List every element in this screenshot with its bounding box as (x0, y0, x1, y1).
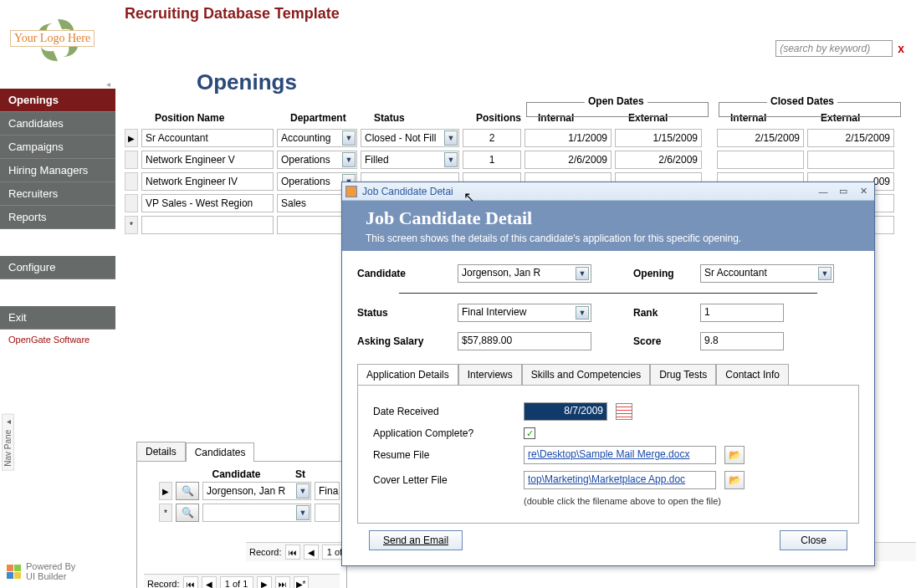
sidebar-link-opengate[interactable]: OpenGate Software (0, 330, 115, 350)
table-row: ▶ Sr Accountant Accounting▼ Closed - Not… (125, 127, 908, 149)
row-selector-new[interactable]: * (159, 504, 172, 522)
chevron-down-icon[interactable]: ▼ (444, 130, 458, 146)
dialog-subtitle: This screen shows the details of this ca… (366, 233, 851, 244)
candidate-select[interactable]: Jorgenson, Jan R▼ (458, 264, 591, 283)
status-label: Status (357, 307, 449, 319)
sidebar: Your Logo Here ◂ Openings Candidates Cam… (0, 0, 116, 588)
nav-first-button[interactable]: ⏮ (285, 545, 300, 560)
close-dialog-button[interactable]: Close (780, 530, 847, 550)
app-title: Recruiting Database Template (125, 5, 908, 23)
chevron-down-icon[interactable]: ▼ (576, 267, 589, 280)
rank-label: Rank (633, 307, 692, 319)
cell-count[interactable]: 2 (463, 129, 521, 147)
powered-by: Powered ByUI Builder (0, 555, 115, 588)
tab-application-details[interactable]: Application Details (357, 364, 458, 385)
row-selector[interactable] (125, 194, 138, 212)
close-button[interactable]: ✕ (856, 186, 871, 197)
list-item-new: * 🔍 ▼ (144, 502, 340, 524)
form-icon (345, 186, 357, 197)
chevron-down-icon[interactable]: ▼ (818, 267, 832, 280)
col-status: Status (374, 112, 473, 124)
tab-skills[interactable]: Skills and Competencies (522, 364, 650, 385)
nav-first-button[interactable]: ⏮ (183, 576, 198, 588)
opening-select[interactable]: Sr Accountant▼ (700, 264, 834, 283)
status-select[interactable]: Final Interview▼ (458, 304, 591, 322)
row-selector[interactable] (125, 172, 138, 191)
search-clear-button[interactable]: x (898, 42, 904, 55)
table-row: Network Engineer V Operations▼ Filled▼ 1… (125, 149, 908, 171)
chevron-down-icon[interactable]: ▼ (342, 130, 356, 146)
chevron-down-icon[interactable]: ▼ (296, 483, 310, 499)
nav-next-button[interactable]: ▶ (257, 576, 272, 588)
chevron-down-icon[interactable]: ▼ (444, 152, 458, 167)
application-complete-checkbox[interactable]: ✓ (524, 427, 535, 439)
folder-icon[interactable]: 📂 (724, 471, 745, 489)
row-selector[interactable]: ▶ (125, 129, 138, 147)
tab-interviews[interactable]: Interviews (458, 364, 522, 385)
candidate-label: Candidate (357, 268, 449, 279)
score-input[interactable]: 9.8 (700, 332, 784, 350)
nav-prev-button[interactable]: ◀ (202, 576, 217, 588)
cell-date[interactable]: 2/15/2009 (807, 129, 894, 147)
inner-candidate[interactable]: Jorgenson, Jan R▼ (202, 482, 311, 500)
group-open-dates: Open Dates (585, 95, 647, 107)
cover-letter-link[interactable]: top\Marketing\Marketplace App.doc (524, 471, 716, 489)
nav-prev-button[interactable]: ◀ (304, 545, 319, 560)
group-closed-dates: Closed Dates (767, 95, 837, 107)
nav-pane-toggle[interactable]: Nav Pane ▸ (2, 414, 14, 471)
resume-file-link[interactable]: re\Desktop\Sample Mail Merge.docx (524, 446, 716, 464)
tab-candidates[interactable]: Candidates (186, 442, 255, 462)
tab-drug-tests[interactable]: Drug Tests (650, 364, 716, 385)
tab-contact-info[interactable]: Contact Info (716, 364, 789, 385)
nav-last-button[interactable]: ⏭ (275, 576, 290, 588)
nav-position[interactable] (220, 576, 253, 588)
sidebar-item-configure[interactable]: Configure (0, 256, 115, 279)
calendar-icon[interactable] (616, 403, 632, 420)
search-input[interactable] (775, 40, 893, 57)
send-email-button[interactable]: Send an Email (369, 530, 463, 550)
sidebar-item-recruiters[interactable]: Recruiters (0, 182, 115, 206)
chevron-down-icon[interactable]: ▼ (296, 505, 310, 520)
row-selector[interactable]: ▶ (159, 482, 172, 500)
sidebar-item-exit[interactable]: Exit (0, 306, 115, 330)
cell-status[interactable]: Closed - Not Fill▼ (361, 129, 459, 147)
logo-text: Your Logo Here (10, 30, 95, 47)
zoom-button[interactable]: 🔍 (176, 482, 199, 500)
cover-letter-label: Cover Letter File (373, 474, 515, 486)
cell-date[interactable]: 1/15/2009 (615, 129, 702, 147)
file-hint: (double click the filename above to open… (524, 496, 843, 506)
chevron-down-icon[interactable]: ▼ (342, 152, 356, 167)
row-selector-new[interactable]: * (125, 216, 138, 234)
sidebar-item-candidates[interactable]: Candidates (0, 112, 115, 135)
inner-col-status: St (295, 468, 340, 480)
folder-icon[interactable]: 📂 (724, 446, 745, 464)
dialog-title: Job Candidate Detail (366, 207, 851, 229)
tab-details[interactable]: Details (136, 442, 186, 461)
section-title: Openings (197, 69, 908, 95)
rank-input[interactable]: 1 (700, 304, 784, 322)
row-selector[interactable] (125, 151, 138, 169)
col-position: Position Name (155, 112, 287, 124)
score-label: Score (633, 335, 692, 347)
sidebar-item-openings[interactable]: Openings (0, 89, 115, 112)
sidebar-item-reports[interactable]: Reports (0, 206, 115, 229)
sidebar-item-campaigns[interactable]: Campaigns (0, 135, 115, 159)
inner-col-candidate: Candidate (177, 468, 295, 480)
date-received-input[interactable]: 8/7/2009 (524, 402, 607, 421)
cell-date[interactable]: 1/1/2009 (525, 129, 612, 147)
chevron-down-icon[interactable]: ▼ (576, 306, 589, 320)
nav-new-button[interactable]: ▶* (294, 576, 309, 588)
minimize-button[interactable]: — (816, 186, 831, 197)
zoom-button[interactable]: 🔍 (176, 504, 199, 522)
cell-department[interactable]: Accounting▼ (277, 129, 357, 147)
sidebar-item-hiring-managers[interactable]: Hiring Managers (0, 159, 115, 182)
cell-position[interactable]: Sr Accountant (141, 129, 274, 147)
logo: Your Logo Here (0, 0, 115, 79)
asking-input[interactable]: $57,889.00 (458, 332, 591, 350)
cell-date[interactable]: 2/15/2009 (717, 129, 804, 147)
inner-record-nav: Record: ⏮ ◀ ▶ ⏭ ▶* (144, 574, 340, 588)
date-received-label: Date Received (373, 406, 515, 417)
dialog-window-title: Job Candidate Detai (362, 186, 453, 197)
asking-label: Asking Salary (357, 335, 449, 347)
maximize-button[interactable]: ▭ (836, 186, 851, 197)
